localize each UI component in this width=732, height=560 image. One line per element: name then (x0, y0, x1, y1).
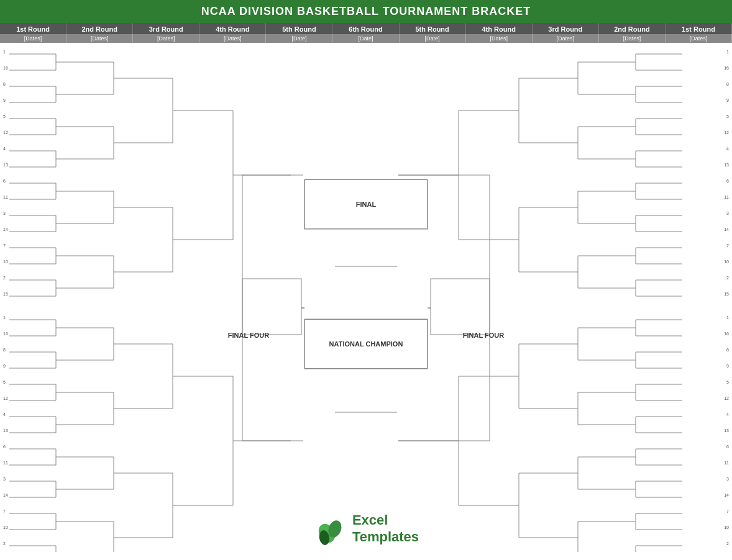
bracket-area: FINAL NATIONAL CHAMPION FINAL FOUR FINAL… (0, 43, 732, 552)
national-champion-box: NATIONAL CHAMPION (304, 319, 428, 369)
date-6th: [Date] (332, 34, 399, 43)
date-1st-right: [Dates] (666, 34, 732, 43)
header-3rd-round-left: 3rd Round (133, 23, 199, 34)
header-6th-round: 6th Round (332, 23, 399, 34)
date-2nd-left: [Dates] (66, 34, 133, 43)
header-2nd-round-left: 2nd Round (66, 23, 133, 34)
header-3rd-round-right: 3rd Round (533, 23, 599, 34)
date-4th-left: [Dates] (199, 34, 266, 43)
header-5th-round-left: 5th Round (266, 23, 332, 34)
header-4th-round-right: 4th Round (466, 23, 533, 34)
watermark: ExcelTemplates (313, 512, 419, 546)
title-bar: NCAA DIVISION BASKETBALL TOURNAMENT BRAC… (0, 0, 732, 23)
final-four-right-label: FINAL FOUR (446, 332, 521, 339)
final-box: FINAL (304, 179, 428, 229)
header-4th-round-left: 4th Round (199, 23, 266, 34)
date-4th-right: [Dates] (466, 34, 533, 43)
page-title: NCAA DIVISION BASKETBALL TOURNAMENT BRAC… (201, 5, 531, 17)
date-3rd-left: [Dates] (133, 34, 199, 43)
header-2nd-round-right: 2nd Round (599, 23, 666, 34)
date-1st-left: [Dates] (0, 34, 66, 43)
final-label: FINAL (356, 201, 376, 208)
watermark-text: ExcelTemplates (352, 512, 419, 545)
date-5th-right: [Date] (400, 34, 466, 43)
header-5th-round-right: 5th Round (400, 23, 466, 34)
date-3rd-right: [Dates] (533, 34, 599, 43)
date-2nd-right: [Dates] (599, 34, 666, 43)
date-5th-left: [Date] (266, 34, 332, 43)
national-champion-label: NATIONAL CHAMPION (329, 340, 403, 348)
header-1st-round-left: 1st Round (0, 23, 66, 34)
header-1st-round-right: 1st Round (666, 23, 732, 34)
final-four-left-label: FINAL FOUR (211, 332, 286, 339)
